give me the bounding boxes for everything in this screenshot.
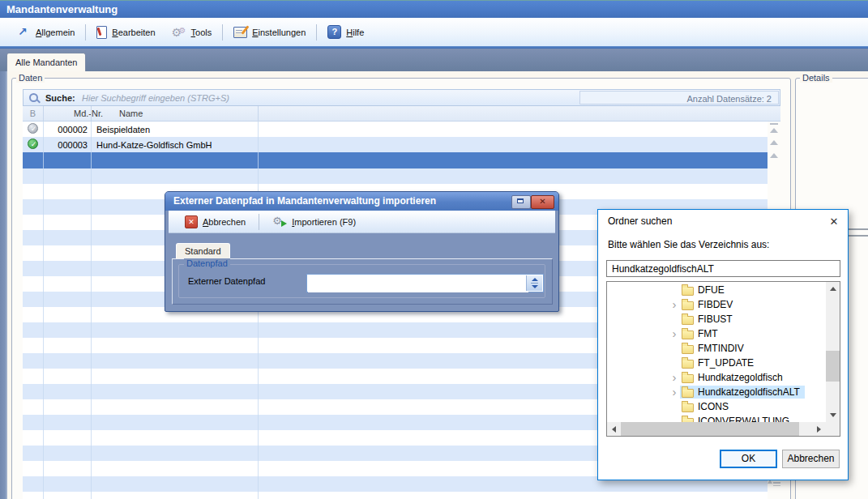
datenpfad-groupbox-label: Datenpfad xyxy=(184,258,230,268)
minimize-button[interactable] xyxy=(511,195,531,209)
folder-name: FT_UPDATE xyxy=(698,357,754,369)
bar xyxy=(770,123,778,125)
chevron-right-icon[interactable]: › xyxy=(669,299,680,310)
window-titlebar: Mandantenverwaltung xyxy=(0,0,868,18)
menu-allgemein[interactable]: ↗ Allgemein xyxy=(10,23,83,41)
table-header: B Md.-Nr. Name xyxy=(23,106,780,122)
folder-item[interactable]: ›Hundkatzegoldfisch xyxy=(607,370,826,385)
toolbar-separator xyxy=(316,24,317,41)
column-divider xyxy=(43,106,44,122)
folder-icon xyxy=(682,301,694,310)
edit-document-icon xyxy=(96,26,107,39)
folder-item[interactable]: ›DFUE xyxy=(607,283,826,297)
close-icon[interactable]: ✕ xyxy=(531,195,554,209)
importieren-button[interactable]: Importieren (F9) xyxy=(267,214,361,229)
folder-name: ICONVERWALTUNG xyxy=(698,416,789,422)
importieren-label: Importieren (F9) xyxy=(292,217,356,227)
folder-item[interactable]: ›ICONVERWALTUNG xyxy=(607,414,826,422)
folder-icon xyxy=(682,316,694,325)
mandantenverwaltung-window: Mandantenverwaltung ↗ Allgemein Bearbeit… xyxy=(0,0,868,499)
ok-button[interactable]: OK xyxy=(720,450,777,468)
cell-name: Beispieldaten xyxy=(96,125,150,134)
folder-name: FMTINDIV xyxy=(698,343,744,354)
cell-md-nr: 000002 xyxy=(43,125,88,134)
vertical-scrollbar[interactable] xyxy=(826,282,840,422)
scroll-down-icon[interactable] xyxy=(826,408,840,422)
folder-icon xyxy=(682,287,694,296)
import-dialog-title: Externer Datenpfad in Mandantenverwaltun… xyxy=(173,195,436,207)
folder-icon xyxy=(682,389,694,398)
daten-groupbox-label: Daten xyxy=(16,73,45,83)
folder-name: HundkatzegoldfischALT xyxy=(698,386,800,398)
menu-einstellungen-label: Einstellungen xyxy=(252,28,306,37)
scroll-up-icon[interactable] xyxy=(826,282,840,296)
table-row[interactable]: 000002 Beispieldaten xyxy=(23,122,768,137)
chevron-right-icon[interactable]: › xyxy=(669,386,680,398)
window-glyph xyxy=(517,198,524,203)
spin-up-icon xyxy=(532,278,538,281)
folder-item[interactable]: ›ICONS xyxy=(607,399,826,414)
settings-form-icon xyxy=(233,27,247,38)
folder-item[interactable]: ›FIBUST xyxy=(607,312,826,326)
import-dialog-titlebar: Externer Datenpfad in Mandantenverwaltun… xyxy=(165,192,558,211)
table-row[interactable]: 000003 Hund-Katze-Goldfisch GmbH xyxy=(23,137,768,152)
scrollbar-corner xyxy=(826,422,840,436)
scroll-left-icon[interactable] xyxy=(607,422,621,436)
window-left-frame xyxy=(0,71,7,499)
main-toolbar: ↗ Allgemein Bearbeiten ⚙ Tools Einstellu… xyxy=(0,18,868,46)
row-up-button[interactable] xyxy=(768,148,780,159)
menu-hilfe[interactable]: ? Hilfe xyxy=(319,23,372,41)
folder-item[interactable]: ›FT_UPDATE xyxy=(607,356,826,370)
column-header-mdnr[interactable]: Md.-Nr. xyxy=(74,109,103,118)
close-icon[interactable]: ✕ xyxy=(824,213,844,230)
folder-tree-rows: ›DFUE ›FIBDEV ›FIBUST ›FMT ›FMTINDIV ›FT… xyxy=(607,283,826,422)
column-header-b[interactable]: B xyxy=(23,109,43,118)
abbrechen-button[interactable]: Abbrechen xyxy=(782,450,840,468)
column-divider xyxy=(91,106,92,122)
menu-bearbeiten[interactable]: Bearbeiten xyxy=(88,23,163,41)
toolbar-separator xyxy=(259,214,259,230)
tab-strip: Alle Mandanten xyxy=(0,49,868,71)
tab-alle-mandanten[interactable]: Alle Mandanten xyxy=(6,53,86,71)
horizontal-scrollbar-thumb[interactable] xyxy=(621,422,799,436)
path-spinner[interactable] xyxy=(526,275,542,291)
menu-allgemein-label: Allgemein xyxy=(36,28,75,37)
toolbar-separator xyxy=(85,24,86,41)
details-divider xyxy=(849,228,868,230)
scroll-right-icon[interactable] xyxy=(812,422,826,436)
externer-datenpfad-input[interactable] xyxy=(308,275,528,292)
folder-dialog-title: Ordner suchen xyxy=(608,215,672,227)
chevron-right-icon[interactable]: › xyxy=(669,328,680,339)
record-count-badge: Anzahl Datensätze: 2 xyxy=(579,91,779,104)
gears-icon: ⚙ xyxy=(172,26,186,39)
toolbar-separator xyxy=(222,24,223,41)
folder-browser-dialog: Ordner suchen ✕ Bitte wählen Sie das Ver… xyxy=(597,209,849,480)
import-dialog-toolbar: ✕ Abbrechen Importieren (F9) xyxy=(169,211,555,233)
cell-name: Hund-Katze-Goldfisch GmbH xyxy=(96,140,212,150)
window-title: Mandantenverwaltung xyxy=(6,3,118,15)
folder-path-input[interactable] xyxy=(607,261,840,276)
folder-item-selected[interactable]: ›HundkatzegoldfischALT xyxy=(607,385,826,399)
folder-name: FIBDEV xyxy=(698,299,733,310)
menu-bearbeiten-label: Bearbeiten xyxy=(112,28,155,37)
abbrechen-button[interactable]: ✕ Abbrechen xyxy=(180,214,250,230)
horizontal-scrollbar[interactable] xyxy=(607,422,826,436)
menu-tools[interactable]: ⚙ Tools xyxy=(164,23,220,41)
search-bar[interactable]: Suche: Hier Suchbegriff eingeben (STRG+S… xyxy=(23,89,780,106)
folder-item[interactable]: ›FMT xyxy=(607,326,826,341)
column-header-name[interactable]: Name xyxy=(119,109,143,118)
search-label: Suche: xyxy=(45,93,75,103)
folder-item[interactable]: ›FIBDEV xyxy=(607,297,826,312)
page-up-button[interactable] xyxy=(768,135,780,146)
tab-standard[interactable]: Standard xyxy=(176,243,230,258)
folder-name: FMT xyxy=(698,328,718,339)
menu-hilfe-label: Hilfe xyxy=(346,28,364,37)
menu-einstellungen[interactable]: Einstellungen xyxy=(225,24,314,41)
selected-empty-row[interactable] xyxy=(23,152,768,168)
folder-icon xyxy=(682,360,694,369)
scroll-to-top-button[interactable] xyxy=(768,122,780,133)
chevron-right-icon[interactable]: › xyxy=(669,372,680,383)
folder-name: ICONS xyxy=(698,401,729,412)
vertical-scrollbar-thumb[interactable] xyxy=(826,351,840,382)
folder-item[interactable]: ›FMTINDIV xyxy=(607,341,826,356)
